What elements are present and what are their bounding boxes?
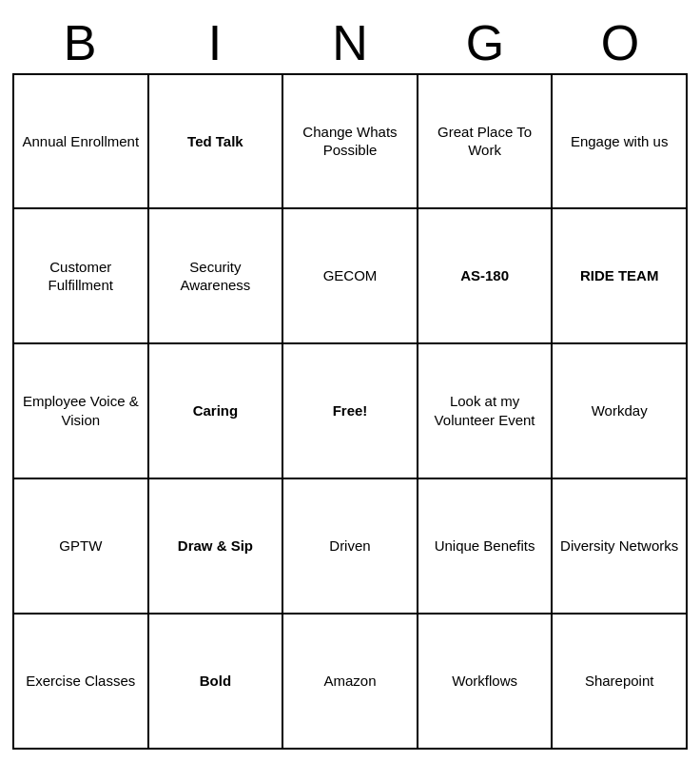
cell-0-2: Change Whats Possible <box>282 74 418 209</box>
cell-4-1: Bold <box>148 614 283 749</box>
cell-4-4: Sharepoint <box>552 614 687 749</box>
cell-4-0: Exercise Classes <box>13 614 148 749</box>
grid-row-0: Annual EnrollmentTed TalkChange Whats Po… <box>13 74 687 209</box>
cell-1-1: Security Awareness <box>148 208 283 343</box>
bingo-letter-o: O <box>553 14 688 71</box>
bingo-letter-g: G <box>418 14 553 71</box>
cell-0-3: Great Place To Work <box>418 74 553 209</box>
cell-3-4: Diversity Networks <box>552 478 687 614</box>
cell-4-2: Amazon <box>282 614 418 749</box>
cell-0-0: Annual Enrollment <box>13 74 148 209</box>
bingo-letter-i: I <box>147 14 282 71</box>
cell-4-3: Workflows <box>418 614 553 749</box>
cell-2-0: Employee Voice & Vision <box>13 343 148 478</box>
cell-1-0: Customer Fulfillment <box>13 208 148 343</box>
bingo-grid: Annual EnrollmentTed TalkChange Whats Po… <box>12 74 688 750</box>
cell-1-3: AS-180 <box>418 208 553 343</box>
cell-1-2: GECOM <box>282 208 418 343</box>
grid-row-2: Employee Voice & VisionCaringFree!Look a… <box>13 343 687 478</box>
bingo-header: BINGO <box>12 12 688 74</box>
bingo-card: BINGO Annual EnrollmentTed TalkChange Wh… <box>12 12 688 750</box>
bingo-letter-b: B <box>12 14 147 71</box>
cell-2-4: Workday <box>552 343 687 478</box>
cell-3-0: GPTW <box>13 478 148 614</box>
grid-row-1: Customer FulfillmentSecurity AwarenessGE… <box>13 208 687 343</box>
cell-2-3: Look at my Volunteer Event <box>418 343 553 478</box>
cell-3-3: Unique Benefits <box>418 478 553 614</box>
cell-0-4: Engage with us <box>552 74 687 209</box>
cell-0-1: Ted Talk <box>148 74 283 209</box>
cell-3-1: Draw & Sip <box>148 478 283 614</box>
grid-row-3: GPTWDraw & SipDrivenUnique BenefitsDiver… <box>13 478 687 614</box>
cell-2-2: Free! <box>282 343 418 478</box>
cell-1-4: RIDE TEAM <box>552 208 687 343</box>
cell-3-2: Driven <box>282 478 418 614</box>
cell-2-1: Caring <box>148 343 283 478</box>
grid-row-4: Exercise ClassesBoldAmazonWorkflowsShare… <box>13 614 687 749</box>
bingo-letter-n: N <box>282 14 418 71</box>
